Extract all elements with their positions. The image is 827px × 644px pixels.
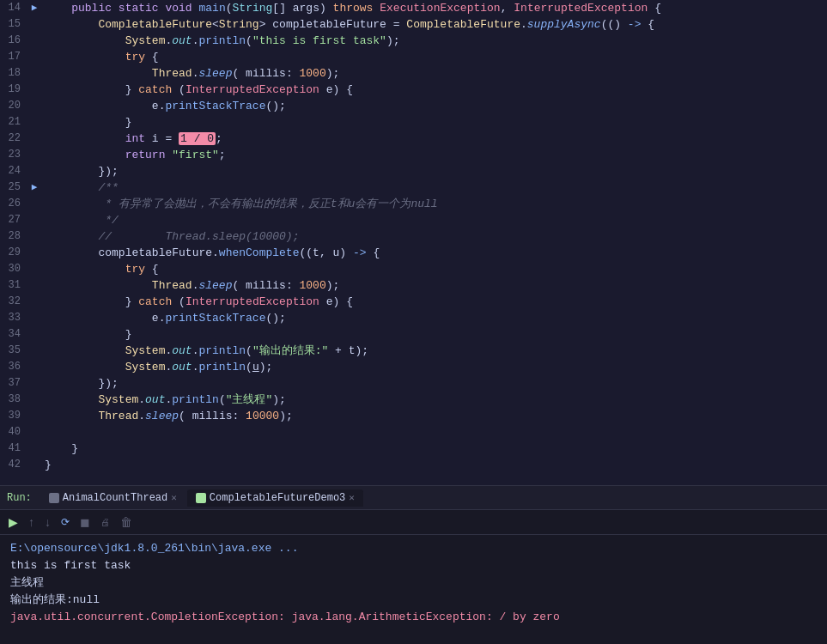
code-content-25: /** [41,179,827,196]
code-line-17: 17 try { [0,49,827,65]
code-line-36: 36 System.out.println(u); [0,359,827,375]
code-content-32: } catch (InterruptedException e) { [41,294,827,310]
tab-icon-animal [49,493,59,503]
code-line-34: 34 } [0,326,827,343]
code-line-39: 39 Thread.sleep( millis: 10000); [0,408,827,424]
code-line-16: 16 System.out.println("this is first tas… [0,33,827,49]
line-num-15: 15 [0,16,27,33]
code-content-21: } [41,114,827,131]
line-num-41: 41 [0,440,27,457]
code-content-41: } [41,440,827,457]
code-content-23: return "first"; [41,147,827,163]
tab-icon-completable [196,493,206,503]
code-content-24: }); [41,163,827,179]
code-content-30: try { [41,261,827,277]
code-line-42: 42 } [0,457,827,473]
fold-14[interactable]: ▶ [27,0,41,16]
code-line-27: 27 */ [0,212,827,228]
code-line-25: 25 ▶ /** [0,179,827,196]
tab-close-completable[interactable]: ✕ [349,492,355,503]
code-content-18: Thread.sleep( millis: 1000); [41,65,827,82]
code-line-32: 32 } catch (InterruptedException e) { [0,294,827,310]
code-line-26: 26 * 有异常了会抛出，不会有输出的结果，反正t和u会有一个为null [0,196,827,212]
code-content-34: } [41,326,827,343]
run-label: Run: [7,492,32,504]
code-content-35: System.out.println("输出的结果:" + t); [41,343,827,359]
line-num-29: 29 [0,245,27,261]
code-line-29: 29 completableFuture.whenComplete((t, u)… [0,245,827,261]
code-line-15: 15 CompletableFuture<String> completable… [0,16,827,33]
code-line-19: 19 } catch (InterruptedException e) { [0,82,827,98]
code-line-37: 37 }); [0,375,827,392]
code-content-17: try { [41,49,827,65]
code-line-28: 28 // Thread.sleep(10000); [0,228,827,245]
code-line-22: 22 int i = 1 / 0; [0,131,827,147]
code-line-23: 23 return "first"; [0,147,827,163]
line-num-14: 14 [0,0,27,16]
code-content-42: } [41,457,827,473]
editor-area: 14 ▶ public static void main(String[] ar… [0,0,827,485]
code-content-38: System.out.println("主线程"); [41,392,827,408]
code-container: 14 ▶ public static void main(String[] ar… [0,0,827,485]
fold-25[interactable]: ▶ [27,179,41,196]
run-up-button[interactable]: ↑ [25,513,38,531]
line-num-28: 28 [0,228,27,245]
output-line-3: 输出的结果:null [10,592,817,609]
code-content-26: * 有异常了会抛出，不会有输出的结果，反正t和u会有一个为null [41,196,827,212]
code-content-36: System.out.println(u); [41,359,827,375]
tab-close-animal[interactable]: ✕ [171,492,177,503]
line-num-21: 21 [0,114,27,131]
code-content-31: Thread.sleep( millis: 1000); [41,277,827,294]
line-num-32: 32 [0,294,27,310]
run-trash-button[interactable]: 🗑 [117,513,136,531]
output-line-4: java.util.concurrent.CompletionException… [10,609,817,626]
run-play-button[interactable]: ▶ [5,513,21,531]
line-num-35: 35 [0,343,27,359]
run-tabs: Run: AnimalCountThread ✕ CompletableFutu… [0,486,827,510]
line-num-20: 20 [0,98,27,114]
code-line-33: 33 e.printStackTrace(); [0,310,827,326]
run-panel: Run: AnimalCountThread ✕ CompletableFutu… [0,485,827,644]
line-num-34: 34 [0,326,27,343]
line-num-42: 42 [0,457,27,473]
run-toolbar: ▶ ↑ ↓ ⟳ ◼ 🖨 🗑 [0,510,827,535]
output-line-2: 主线程 [10,574,817,592]
line-num-40: 40 [0,424,27,440]
code-content-37: }); [41,375,827,392]
line-num-18: 18 [0,65,27,82]
line-num-27: 27 [0,212,27,228]
line-num-17: 17 [0,49,27,65]
code-line-40: 40 [0,424,827,440]
code-content-20: e.printStackTrace(); [41,98,827,114]
code-content-19: } catch (InterruptedException e) { [41,82,827,98]
run-output: E:\opensource\jdk1.8.0_261\bin\java.exe … [0,535,827,644]
run-print-button[interactable]: 🖨 [97,515,113,529]
code-content-28: // Thread.sleep(10000); [41,228,827,245]
code-content-16: System.out.println("this is first task")… [41,33,827,49]
run-stop-button[interactable]: ◼ [76,513,94,531]
line-num-33: 33 [0,310,27,326]
line-num-16: 16 [0,33,27,49]
code-line-21: 21 } [0,114,827,131]
tab-label-completable: CompletableFutureDemo3 [210,492,345,504]
code-content-39: Thread.sleep( millis: 10000); [41,408,827,424]
output-line-5 [10,626,817,643]
code-line-30: 30 try { [0,261,827,277]
code-content-22: int i = 1 / 0; [41,131,827,147]
code-content-27: */ [41,212,827,228]
line-num-24: 24 [0,163,27,179]
code-line-18: 18 Thread.sleep( millis: 1000); [0,65,827,82]
tab-completable-future-demo3[interactable]: CompletableFutureDemo3 ✕ [187,489,363,507]
line-num-39: 39 [0,408,27,424]
tab-animal-count-thread[interactable]: AnimalCountThread ✕ [40,489,185,507]
run-rerun-button[interactable]: ⟳ [58,514,73,530]
line-num-25: 25 [0,179,27,196]
code-content-29: completableFuture.whenComplete((t, u) ->… [41,245,827,261]
code-content-40 [41,424,827,440]
line-num-31: 31 [0,277,27,294]
run-down-button[interactable]: ↓ [41,513,54,531]
line-num-38: 38 [0,392,27,408]
line-num-30: 30 [0,261,27,277]
line-num-22: 22 [0,131,27,147]
output-path: E:\opensource\jdk1.8.0_261\bin\java.exe … [10,542,298,555]
